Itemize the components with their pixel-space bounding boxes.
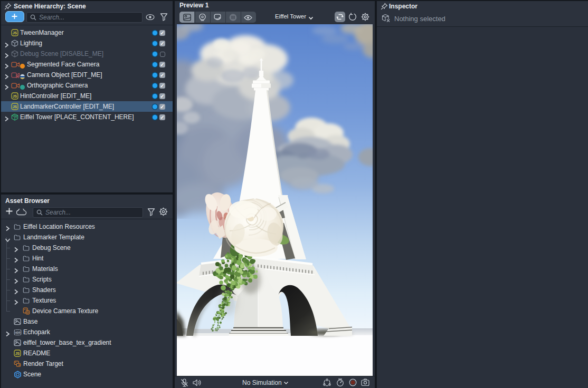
svg-text:JS: JS [13, 94, 17, 98]
svg-text:JS: JS [15, 352, 20, 355]
svg-text:HDR: HDR [15, 332, 21, 334]
svg-text:JS: JS [13, 105, 17, 109]
svg-text:JS: JS [13, 31, 17, 35]
